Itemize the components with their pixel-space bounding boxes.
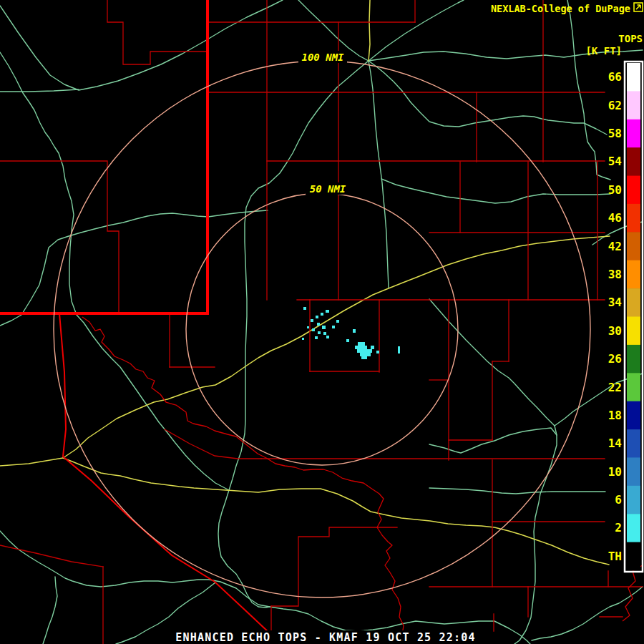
colorbar-label-14: 14 [608,436,622,450]
colorbar-segment-58 [627,119,640,148]
colorbar-segment-34 [627,288,640,317]
radar-echo [311,319,313,322]
caption-bar: ENHANCED ECHO TOPS - KMAF 19 OCT 25 22:0… [175,630,475,644]
colorbar-label-62: 62 [608,99,622,112]
radar-echo [360,353,371,356]
colorbar-segment-22 [627,373,640,401]
radar-echo [336,320,339,323]
colorbar-label-50: 50 [608,183,622,197]
ring-label-100nmi: 100 NMI [301,52,344,63]
colorbar-segment-54 [627,147,640,176]
radar-echo [376,351,379,353]
colorbar-segment-6 [627,486,640,514]
colorbar-segment-2 [627,514,640,542]
colorbar-segment-10 [627,457,640,486]
radar-echo [346,339,349,342]
radar-echo [302,338,304,340]
colorbar-label-2: 2 [615,521,622,535]
colorbar-segment-46 [627,204,640,233]
colorbar-units: [K FT] [585,45,622,57]
radar-echo [353,329,356,333]
colorbar-label-66: 66 [608,70,622,84]
radar-echo [398,346,400,353]
colorbar-segment-38 [627,260,640,289]
colorbar-label-6: 6 [615,493,622,507]
colorbar-segment-66 [627,63,640,92]
product-caption: ENHANCED ECHO TOPS - KMAF 19 OCT 25 22:0… [175,631,475,644]
page-title: NEXLAB-College of DuPage [491,3,630,14]
colorbar-segment-18 [627,401,640,430]
radar-echo [332,326,335,328]
radar-echo [321,313,323,316]
map-background [0,0,644,644]
radar-echo [357,349,372,353]
colorbar-label-46: 46 [608,211,622,225]
colorbar-label-26: 26 [608,352,622,366]
colorbar-segment-62 [627,91,640,119]
radar-echo [355,346,367,349]
colorbar-label-42: 42 [608,240,622,253]
colorbar-segment-14 [627,429,640,458]
radar-echo [326,336,329,338]
radar-echo [371,346,374,349]
radar-map-canvas: 100 NMI 50 NMI TOPS [K FT] 6662585450464… [0,0,644,644]
radar-echo [323,332,326,335]
radar-echo [303,307,306,310]
radar-echo [317,323,320,326]
header: NEXLAB-College of DuPage [491,3,643,14]
ring-label-50nmi: 50 NMI [310,183,346,195]
radar-echo [326,310,329,313]
radar-echo [316,316,318,318]
radar-echo [315,336,318,339]
colorbar-segment-50 [627,176,640,205]
colorbar-segment-30 [627,317,640,346]
colorbar-label-54: 54 [608,155,622,168]
colorbar-label-10: 10 [608,465,622,479]
radar-echo [318,331,321,334]
colorbar-label-TH: TH [608,550,622,563]
colorbar-label-34: 34 [608,296,622,309]
colorbar-label-30: 30 [608,324,622,338]
colorbar-label-38: 38 [608,268,622,281]
colorbar-label-58: 58 [608,127,622,140]
colorbar-label-22: 22 [608,381,622,394]
colorbar-segment-26 [627,345,640,374]
colorbar-label-18: 18 [608,409,622,422]
radar-echo [312,328,315,331]
radar-echo [322,326,326,329]
colorbar-segment-42 [627,232,640,260]
colorbar-segment-TH [627,542,640,571]
radar-echo [361,356,367,359]
radar-echo [307,326,309,328]
colorbar-title: TOPS [618,33,643,44]
radar-echo [358,342,365,346]
